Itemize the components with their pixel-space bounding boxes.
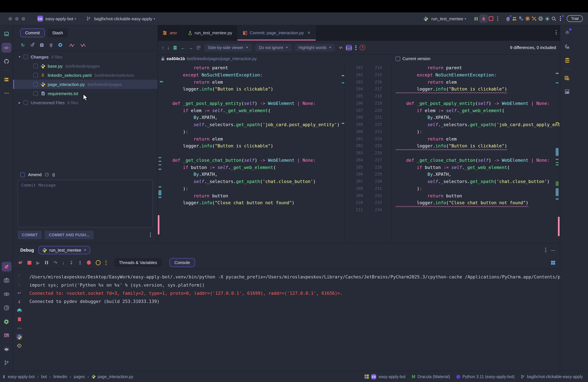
command-prompt-icon[interactable]: >>> xyxy=(16,325,22,331)
current-version-checkbox[interactable] xyxy=(396,56,400,61)
refresh-icon[interactable]: ↻ xyxy=(21,43,25,47)
step-out-icon[interactable]: ↥ xyxy=(78,260,82,265)
status-project-widget[interactable]: EB easy-apply-bot xyxy=(365,374,406,379)
expand-all-icon[interactable]: ↗↙ xyxy=(68,43,74,47)
shelve-icon[interactable] xyxy=(40,43,44,47)
view-breakpoints-icon[interactable] xyxy=(96,260,101,265)
status-theme-widget[interactable]: M Dracula (Material) xyxy=(412,374,450,379)
problems-tool-icon[interactable] xyxy=(562,73,572,83)
breadcrumb-item[interactable]: page_interaction.py xyxy=(98,374,133,379)
mute-breakpoints-icon[interactable] xyxy=(87,260,91,265)
synchronize-scrolling-icon[interactable]: |↔| xyxy=(346,45,352,50)
unversioned-checkbox[interactable] xyxy=(23,100,28,105)
file-checkbox[interactable] xyxy=(33,91,38,96)
soft-wrap-icon[interactable]: ↩ xyxy=(16,290,22,296)
step-over-icon[interactable]: ↷ xyxy=(54,260,57,265)
diff-options-kebab-icon[interactable] xyxy=(356,45,357,50)
notifications-icon[interactable] xyxy=(562,28,572,38)
layout-settings-icon[interactable] xyxy=(551,260,555,265)
github-tool-icon[interactable] xyxy=(1,57,11,66)
debug-more-kebab-icon[interactable] xyxy=(105,260,106,265)
highlight-mode-dropdown[interactable]: Highlight words▼ xyxy=(295,44,335,51)
stop-button[interactable] xyxy=(488,15,494,22)
help-icon[interactable]: ? xyxy=(360,45,365,50)
search-everywhere-icon[interactable] xyxy=(550,15,557,22)
preview-diff-icon[interactable] xyxy=(58,42,63,47)
revision-hash[interactable]: ea404e1b xyxy=(167,56,185,61)
caret-expanded-icon[interactable]: ▼ xyxy=(18,55,21,59)
previous-difference-icon[interactable]: ↑ xyxy=(162,45,164,50)
breadcrumb-item[interactable]: bot xyxy=(41,374,47,379)
atom-icon[interactable] xyxy=(537,15,544,22)
resume-icon[interactable]: ▶ xyxy=(36,260,40,265)
code-with-me-icon[interactable] xyxy=(511,15,518,22)
python-packages-tool-icon[interactable] xyxy=(1,289,11,299)
tab-run-test-mentee[interactable]: run_test_mentee.py xyxy=(182,25,238,41)
pause-debug-icon[interactable] xyxy=(45,260,49,266)
starburst-icon[interactable] xyxy=(524,15,531,22)
debug-options-kebab-icon[interactable] xyxy=(545,248,546,252)
debug-session-tab[interactable]: run_test_mentee ✕ xyxy=(39,246,90,254)
viewer-mode-dropdown[interactable]: Side-by-side viewer▼ xyxy=(204,44,252,51)
compare-next-file-icon[interactable]: → xyxy=(189,45,193,50)
tab-env[interactable]: .env xyxy=(158,25,182,41)
collapse-all-icon[interactable]: ↘↖ xyxy=(80,43,85,47)
stop-debug-icon[interactable] xyxy=(27,261,31,265)
left-pane-scrollbar[interactable] xyxy=(158,215,159,235)
commit-message-input[interactable] xyxy=(18,180,153,227)
window-minimize-button[interactable] xyxy=(15,17,19,21)
scroll-down-icon[interactable]: ↓ xyxy=(16,281,22,287)
commit-tool-icon[interactable] xyxy=(1,43,11,53)
print-icon[interactable] xyxy=(16,307,22,313)
close-tab-icon[interactable]: ✕ xyxy=(307,31,310,35)
commit-and-push-button[interactable]: COMMIT AND PUSH... xyxy=(44,231,94,239)
window-zoom-button[interactable] xyxy=(21,17,25,21)
rerun-debug-icon[interactable] xyxy=(18,260,22,265)
branch-name[interactable]: bagfix/not-clickable-easy-apply xyxy=(94,16,152,21)
step-into-icon[interactable]: ↓ xyxy=(62,260,64,265)
clear-console-icon[interactable] xyxy=(16,316,22,322)
file-checkbox[interactable] xyxy=(33,64,38,68)
ai-assistant-tool-icon[interactable] xyxy=(562,42,572,51)
ai-assistant-icon[interactable]: @ xyxy=(505,15,511,22)
more-tool-windows-icon[interactable] xyxy=(1,88,11,98)
more-run-actions-button[interactable] xyxy=(494,15,501,22)
python-console-tool-icon[interactable] xyxy=(1,303,11,313)
run-config-name[interactable]: run_test_mentee xyxy=(431,16,463,21)
changes-group-row[interactable]: ▼ Changes 4 files xyxy=(13,52,157,62)
whitespace-dropdown[interactable]: Do not ignore▼ xyxy=(255,44,292,51)
python-console-icon[interactable] xyxy=(16,334,22,340)
ai-commit-message-icon[interactable]: @ xyxy=(50,43,52,47)
breadcrumb-item[interactable]: easy-apply-bot xyxy=(8,374,35,379)
tools-icon[interactable] xyxy=(531,15,537,22)
file-row-page_interaction.py[interactable]: page_interaction.pybot/linkedin/pages xyxy=(13,80,157,89)
project-tool-icon[interactable] xyxy=(1,29,11,39)
file-checkbox[interactable] xyxy=(33,82,38,86)
next-difference-icon[interactable]: ↓ xyxy=(167,45,169,50)
breadcrumb-item[interactable]: pages xyxy=(74,374,85,379)
structure-tool-icon[interactable] xyxy=(1,75,11,84)
project-name[interactable]: easy-apply-bot xyxy=(45,16,73,21)
diff-right-pane[interactable]: return parent except NoSuchElementExcept… xyxy=(392,63,560,243)
breadcrumb[interactable]: easy-apply-bot›bot›linkedin›pages› page_… xyxy=(8,374,133,379)
settings-sync-tool-icon[interactable] xyxy=(1,317,11,326)
console-output[interactable]: /Users/miroslavpeskov/Desktop/EasyWork/e… xyxy=(25,269,560,371)
todo-tool-icon[interactable] xyxy=(1,344,11,354)
file-row-base.py[interactable]: base.pybot/linkedin/pages xyxy=(13,62,157,71)
scroll-up-icon[interactable]: ↑ xyxy=(16,272,22,278)
commit-button[interactable]: COMMIT xyxy=(18,231,42,239)
collapse-unchanged-icon[interactable]: ↘↖ xyxy=(338,45,342,50)
ai-generate-message-icon[interactable]: @ xyxy=(52,172,55,177)
compare-previous-file-icon[interactable]: ← xyxy=(181,45,185,50)
force-step-into-icon[interactable]: ↧ xyxy=(69,260,73,265)
caret-collapsed-icon[interactable]: ▶ xyxy=(18,101,21,104)
status-branch-widget[interactable]: bagfix/not-clickable-easy-apply xyxy=(521,374,583,379)
translate-icon[interactable]: A xyxy=(518,15,524,22)
changes-checkbox[interactable] xyxy=(23,55,28,59)
tab-stash[interactable]: Stash xyxy=(47,28,68,37)
jump-to-source-icon[interactable] xyxy=(173,45,177,50)
tab-console[interactable]: Console xyxy=(169,258,195,267)
commit-history-icon[interactable] xyxy=(45,172,49,177)
git-tool-icon[interactable] xyxy=(1,358,11,368)
history-icon[interactable] xyxy=(16,343,22,349)
